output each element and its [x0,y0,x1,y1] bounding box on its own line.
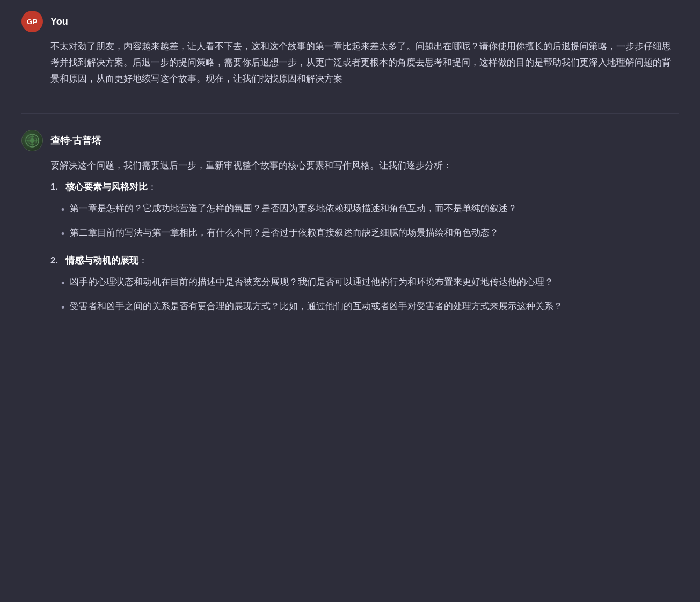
bot-message-block: 查特·古普塔 要解决这个问题，我们需要退后一步，重新审视整个故事的核心要素和写作… [21,130,679,326]
user-username: You [50,16,68,27]
item-1-colon: ： [148,182,157,192]
bullet-text-1-1: 第一章是怎样的？它成功地营造了怎样的氛围？是否因为更多地依赖现场描述和角色互动，… [70,201,679,217]
item-1-title: 核心要素与风格对比 [65,182,148,192]
bot-message-content: 要解决这个问题，我们需要退后一步，重新审视整个故事的核心要素和写作风格。让我们逐… [21,158,679,326]
item-2-colon: ： [138,255,148,266]
message-divider [21,113,679,114]
bullet-dot-1-1: • [61,202,64,219]
numbered-list: 1. 核心要素与风格对比： • 第一章是怎样的？它成功地营造了怎样的氛围？是否因… [50,179,679,317]
numbered-item-1-header: 1. 核心要素与风格对比： [50,179,679,195]
numbered-item-2-header: 2. 情感与动机的展现： [50,253,679,269]
bullet-dot-2-2: • [61,299,64,317]
bullet-text-2-2: 受害者和凶手之间的关系是否有更合理的展现方式？比如，通过他们的互动或者凶手对受害… [70,298,679,314]
bullet-item-1-1: • 第一章是怎样的？它成功地营造了怎样的氛围？是否因为更多地依赖现场描述和角色互… [61,201,679,219]
bot-avatar [21,130,43,151]
bullet-item-2-1: • 凶手的心理状态和动机在目前的描述中是否被充分展现？我们是否可以通过他的行为和… [61,274,679,292]
bullet-item-1-2: • 第二章目前的写法与第一章相比，有什么不同？是否过于依赖直接叙述而缺乏细腻的场… [61,225,679,243]
bullet-dot-1-2: • [61,226,64,243]
bullet-text-2-1: 凶手的心理状态和动机在目前的描述中是否被充分展现？我们是否可以通过他的行为和环境… [70,274,679,290]
bullet-dot-2-1: • [61,275,64,292]
bot-avatar-icon [25,134,39,148]
bot-username: 查特·古普塔 [50,134,101,147]
numbered-item-2: 2. 情感与动机的展现： • 凶手的心理状态和动机在目前的描述中是否被充分展现？… [50,253,679,317]
item-2-bullet-list: • 凶手的心理状态和动机在目前的描述中是否被充分展现？我们是否可以通过他的行为和… [50,274,679,317]
user-avatar-initials: GP [27,18,38,26]
bot-intro-text: 要解决这个问题，我们需要退后一步，重新审视整个故事的核心要素和写作风格。让我们逐… [50,158,679,174]
item-2-title: 情感与动机的展现 [65,255,138,266]
bot-avatar-inner [22,130,42,151]
user-avatar: GP [21,11,43,32]
item-2-number: 2. [50,253,61,269]
numbered-item-1: 1. 核心要素与风格对比： • 第一章是怎样的？它成功地营造了怎样的氛围？是否因… [50,179,679,243]
user-message-text: 不太对劲了朋友，内容越来越差，让人看不下去，这和这个故事的第一章比起来差太多了。… [50,39,679,86]
conversation-container: GP You 不太对劲了朋友，内容越来越差，让人看不下去，这和这个故事的第一章比… [0,0,700,358]
user-message-content: 不太对劲了朋友，内容越来越差，让人看不下去，这和这个故事的第一章比起来差太多了。… [21,39,679,92]
item-1-bullet-list: • 第一章是怎样的？它成功地营造了怎样的氛围？是否因为更多地依赖现场描述和角色互… [50,201,679,243]
bullet-text-1-2: 第二章目前的写法与第一章相比，有什么不同？是否过于依赖直接叙述而缺乏细腻的场景描… [70,225,679,241]
bot-message-header: 查特·古普塔 [21,130,679,151]
user-message-header: GP You [21,11,679,32]
bullet-item-2-2: • 受害者和凶手之间的关系是否有更合理的展现方式？比如，通过他们的互动或者凶手对… [61,298,679,317]
user-message-block: GP You 不太对劲了朋友，内容越来越差，让人看不下去，这和这个故事的第一章比… [21,11,679,92]
item-1-number: 1. [50,179,61,195]
